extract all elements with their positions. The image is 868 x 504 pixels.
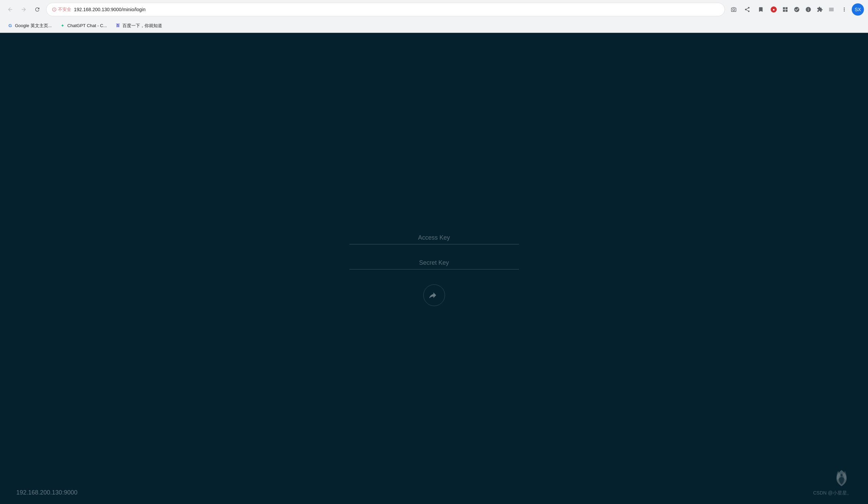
footer-right: CSDN @小星星。 bbox=[813, 469, 852, 496]
login-form bbox=[349, 231, 519, 306]
browser-nav-buttons bbox=[4, 3, 43, 15]
access-key-group bbox=[349, 231, 519, 244]
google-favicon: G bbox=[8, 23, 13, 29]
share-button[interactable] bbox=[741, 3, 753, 15]
extension-icon-4[interactable] bbox=[803, 4, 814, 15]
secret-key-group bbox=[349, 256, 519, 270]
refresh-button[interactable] bbox=[31, 3, 43, 15]
chatgpt-favicon: ✦ bbox=[60, 23, 65, 29]
footer-url: 192.168.200.130:9000 bbox=[16, 489, 78, 496]
extension-icons: ● bbox=[768, 4, 837, 15]
extensions-button[interactable] bbox=[814, 4, 825, 15]
address-bar[interactable]: 不安全 192.168.200.130:9000/minio/login bbox=[46, 3, 725, 16]
bookmark-chatgpt-label: ChatGPT Chat - C... bbox=[67, 23, 107, 28]
profile-button[interactable]: SX bbox=[852, 3, 864, 15]
extension-icon-3[interactable] bbox=[791, 4, 802, 15]
bookmark-baidu-label: 百度一下，你就知道 bbox=[122, 23, 162, 29]
minio-bird-icon bbox=[831, 469, 852, 489]
sidebar-button[interactable] bbox=[826, 4, 837, 15]
login-button[interactable] bbox=[423, 284, 445, 306]
footer-credits: CSDN @小星星。 bbox=[813, 490, 852, 496]
security-label: 不安全 bbox=[58, 7, 71, 12]
extension-icon-1[interactable]: ● bbox=[768, 4, 779, 15]
bookmark-chatgpt[interactable]: ✦ ChatGPT Chat - C... bbox=[56, 22, 110, 30]
bookmark-google[interactable]: G Google 英文主页... bbox=[4, 21, 55, 30]
baidu-favicon: 百 bbox=[115, 23, 121, 29]
browser-chrome: 不安全 192.168.200.130:9000/minio/login ● bbox=[0, 0, 868, 33]
browser-toolbar: 不安全 192.168.200.130:9000/minio/login ● bbox=[0, 0, 868, 19]
address-text: 192.168.200.130:9000/minio/login bbox=[74, 7, 719, 12]
screen-capture-button[interactable] bbox=[727, 3, 740, 15]
red-circle-icon: ● bbox=[771, 7, 777, 12]
bookmark-google-label: Google 英文主页... bbox=[15, 23, 52, 29]
main-content: 192.168.200.130:9000 CSDN @小星星。 bbox=[0, 33, 868, 504]
footer: 192.168.200.130:9000 CSDN @小星星。 bbox=[0, 469, 868, 496]
bookmarks-bar: G Google 英文主页... ✦ ChatGPT Chat - C... 百… bbox=[0, 19, 868, 33]
browser-actions: ● SX bbox=[727, 3, 864, 15]
menu-button[interactable] bbox=[838, 3, 850, 15]
svg-rect-1 bbox=[786, 7, 788, 9]
bookmark-button[interactable] bbox=[755, 3, 767, 15]
minio-logo bbox=[831, 469, 852, 489]
extension-icon-2[interactable] bbox=[780, 4, 790, 15]
forward-button[interactable] bbox=[18, 3, 30, 15]
svg-rect-2 bbox=[783, 10, 785, 12]
svg-rect-3 bbox=[786, 10, 788, 12]
bookmark-baidu[interactable]: 百 百度一下，你就知道 bbox=[112, 21, 166, 30]
svg-rect-0 bbox=[783, 7, 785, 9]
back-button[interactable] bbox=[4, 3, 16, 15]
access-key-input[interactable] bbox=[349, 231, 519, 244]
secret-key-input[interactable] bbox=[349, 256, 519, 270]
security-icon: 不安全 bbox=[52, 7, 71, 12]
